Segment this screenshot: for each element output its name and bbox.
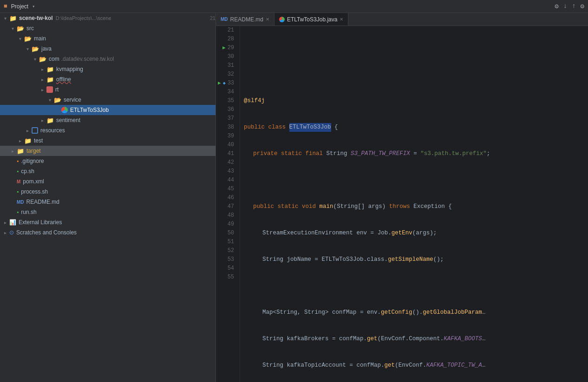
item-label: process.sh [21, 188, 48, 195]
tab-close-btn[interactable]: ✕ [340, 17, 343, 22]
line-num-33: ▶◆33 [218, 79, 236, 88]
item-label: test [34, 137, 43, 144]
item-label: Scratches and Consoles [16, 229, 77, 236]
line-num-46: 46 [218, 194, 236, 202]
line-number-indicator: 21 [210, 15, 216, 21]
sidebar-item-etltwtos3job[interactable]: ETLTwToS3Job [0, 105, 216, 115]
envconf1: EnvConf [381, 335, 405, 343]
sidebar-item-gitignore[interactable]: ▪ .gitignore [0, 156, 216, 166]
arrow-icon [39, 118, 46, 123]
sidebar-item-main[interactable]: 📂 main [0, 33, 216, 44]
sidebar-item-project-root[interactable]: 📁 scene-tw-kol D:\IdeaProjects\...\scene… [0, 13, 216, 23]
toolbar-icon-1[interactable]: ⚙ [555, 2, 558, 10]
item-label: cp.sh [21, 168, 34, 175]
run-icon-29[interactable]: ▶ [222, 44, 226, 52]
item-label: src [26, 25, 34, 32]
code-editor[interactable]: 21 28 ▶29 30 31 32 ▶◆33 34 35 36 37 38 3… [216, 26, 588, 382]
sidebar-item-service[interactable]: 📂 service [0, 95, 216, 105]
args: (args); [412, 229, 437, 238]
toolbar: ■ Project ▾ ⚙ ↓ ↑ ⚙ [0, 0, 588, 13]
sidebar-item-rt[interactable]: rt [0, 84, 216, 95]
exc-type: Exception [413, 202, 448, 211]
method5: get [367, 335, 378, 343]
sh-icon-3: ▪ [17, 209, 19, 215]
classref3: ETLTwToS3Job [322, 255, 364, 264]
toolbar-icon-2[interactable]: ↓ [563, 2, 567, 10]
line-num-50: 50 [218, 229, 236, 238]
code-content[interactable]: @slf4j public class ETLTwToS3Job { priva… [240, 26, 588, 382]
sidebar-item-test[interactable]: 📁 test [0, 136, 216, 146]
folder-icon: 📂 [32, 45, 39, 52]
item-label: README.md [26, 199, 59, 205]
tab-close-btn[interactable]: ✕ [266, 17, 269, 22]
sidebar-item-cp-sh[interactable]: ▪ cp.sh [0, 166, 216, 176]
sidebar-item-java[interactable]: 📂 java [0, 44, 216, 54]
type4: String kafkaTopicAccount = confMap. [262, 361, 385, 370]
tab-readme[interactable]: MD README.md ✕ [216, 13, 274, 26]
run-icon-33[interactable]: ▶ [218, 79, 221, 88]
line-num-37: 37 [218, 114, 236, 123]
pom-icon: M [17, 179, 20, 184]
arrow-icon [2, 230, 8, 235]
sidebar-item-pom-xml[interactable]: M pom.xml [0, 176, 216, 187]
method6: get [385, 361, 395, 370]
sidebar-item-target[interactable]: 📁 target [0, 146, 216, 156]
line-num-55: 55 [218, 273, 236, 282]
code-line-36 [244, 282, 588, 291]
kw: private static final [253, 149, 327, 158]
type: String [337, 202, 358, 211]
item-label: service [64, 97, 81, 103]
type: String [327, 149, 351, 158]
toolbar-icon-3[interactable]: ↑ [572, 2, 575, 10]
folder-icon: 📁 [17, 148, 24, 155]
sidebar-item-src[interactable]: 📂 src [0, 23, 216, 33]
dot4: . [423, 361, 426, 370]
toolbar-dropdown-icon[interactable]: ▾ [32, 4, 35, 9]
code-line-35: String jobName = ETLTwToS3Job.class.getS… [244, 255, 588, 264]
line-num-53: 53 [218, 255, 236, 264]
sidebar-item-sentiment[interactable]: 📁 sentiment [0, 115, 216, 125]
kw-class: class [268, 123, 289, 132]
arrow-icon [9, 149, 16, 154]
code-line-37: Map<String, String> confMap = env.getCon… [244, 308, 588, 317]
field: S3_PATH_TW_PREFIX [351, 149, 410, 158]
sidebar-item-resources[interactable]: resources [0, 125, 216, 136]
resources-folder-icon [32, 127, 38, 134]
paren: ( [333, 202, 337, 211]
line-num-28: 28 [218, 35, 236, 44]
tab-etltwtos3job[interactable]: ETLTwToS3Job.java ✕ [274, 13, 349, 26]
arrow-icon [39, 87, 46, 92]
line-num-44: 44 [218, 176, 236, 185]
classref: StreamExecutionEnvironment [262, 229, 353, 238]
project-sidebar[interactable]: 📁 scene-tw-kol D:\IdeaProjects\...\scene… [0, 13, 216, 382]
dot2: .class. [364, 255, 388, 264]
brace2: { [448, 202, 452, 211]
sidebar-item-offline[interactable]: 📁 offline [0, 74, 216, 84]
line-num-54: 54 [218, 264, 236, 273]
item-label: target [26, 148, 41, 154]
toolbar-icon-4[interactable]: ⚙ [581, 2, 584, 10]
arg2a: ( [395, 361, 399, 370]
line-num-30: 30 [218, 52, 236, 61]
sidebar-item-scratches[interactable]: ⊙ Scratches and Consoles [0, 227, 216, 238]
method4: getGlobalJobParam [423, 308, 482, 317]
sidebar-item-com-package[interactable]: 📂 com .datadev.scene.tw.kol [0, 54, 216, 64]
sidebar-item-run-sh[interactable]: ▪ run.sh [0, 207, 216, 217]
item-label: main [34, 35, 46, 42]
item-label: java [41, 45, 52, 52]
sidebar-item-external-libraries[interactable]: 📊 External Libraries [0, 217, 216, 227]
line-num-31: 31 [218, 61, 236, 70]
line-num-39: 39 [218, 132, 236, 141]
bookmark-icon-33: ◆ [223, 79, 226, 88]
code-line-28 [244, 70, 588, 79]
java-tab-icon [279, 17, 285, 22]
sidebar-item-readme-md[interactable]: MD README.md [0, 197, 216, 207]
sidebar-item-kvmapping[interactable]: 📁 kvmapping [0, 64, 216, 74]
code-line-29: @slf4j [244, 97, 588, 105]
item-label: resources [40, 127, 65, 134]
sh-icon: ▪ [17, 168, 19, 175]
annotation: @slf4j [244, 97, 265, 105]
main-layout: 📁 scene-tw-kol D:\IdeaProjects\...\scene… [0, 13, 588, 382]
line-numbers-gutter: 21 28 ▶29 30 31 32 ▶◆33 34 35 36 37 38 3… [216, 26, 240, 382]
sidebar-item-process-sh[interactable]: ▪ process.sh [0, 187, 216, 197]
